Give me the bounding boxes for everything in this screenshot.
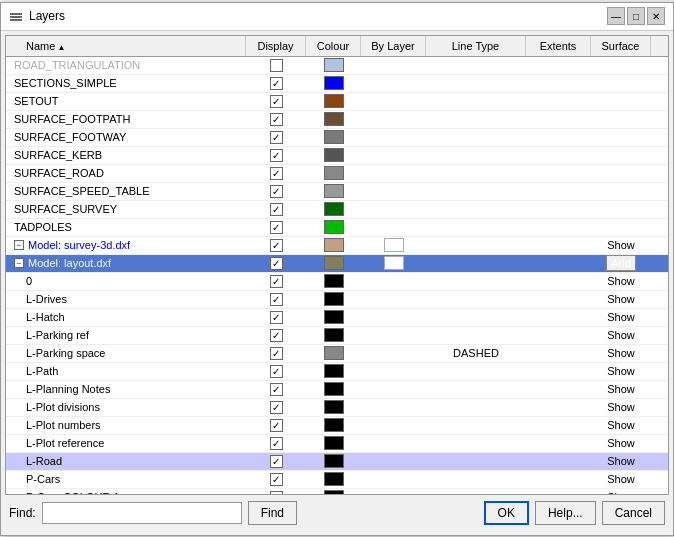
color-swatch[interactable] xyxy=(324,346,344,360)
table-row[interactable]: L-Plot referenceShow xyxy=(6,435,668,453)
table-row[interactable]: P-Cars COLOUR 1Show xyxy=(6,489,668,494)
surface-cell[interactable]: Show xyxy=(591,364,651,378)
color-swatch[interactable] xyxy=(324,202,344,216)
maximize-button[interactable]: □ xyxy=(627,7,645,25)
table-row[interactable]: SURFACE_SURVEY xyxy=(6,201,668,219)
display-cell[interactable] xyxy=(246,418,306,433)
surface-cell[interactable]: Show xyxy=(591,472,651,486)
display-cell[interactable] xyxy=(246,256,306,271)
find-button[interactable]: Find xyxy=(248,501,297,525)
display-checkbox[interactable] xyxy=(270,221,283,234)
colour-cell[interactable] xyxy=(306,237,361,253)
table-row[interactable]: L-RoadShow xyxy=(6,453,668,471)
color-swatch[interactable] xyxy=(324,238,344,252)
surface-cell[interactable]: Show xyxy=(591,346,651,360)
colour-cell[interactable] xyxy=(306,435,361,451)
table-row[interactable]: −Model: survey-3d.dxfShow xyxy=(6,237,668,255)
surface-cell[interactable] xyxy=(591,100,651,102)
bylayer-cell[interactable] xyxy=(361,255,426,271)
surface-add-button[interactable]: Add xyxy=(606,255,636,271)
col-name[interactable]: Name xyxy=(6,36,246,56)
colour-cell[interactable] xyxy=(306,219,361,235)
bylayer-cell[interactable] xyxy=(361,424,426,426)
bylayer-cell[interactable] xyxy=(361,64,426,66)
minimize-button[interactable]: — xyxy=(607,7,625,25)
table-row[interactable]: P-CarsShow xyxy=(6,471,668,489)
display-checkbox[interactable] xyxy=(270,383,283,396)
colour-cell[interactable] xyxy=(306,111,361,127)
bylayer-cell[interactable] xyxy=(361,190,426,192)
surface-cell[interactable]: Show xyxy=(591,292,651,306)
bylayer-cell[interactable] xyxy=(361,478,426,480)
colour-cell[interactable] xyxy=(306,471,361,487)
surface-cell[interactable] xyxy=(591,82,651,84)
display-cell[interactable] xyxy=(246,364,306,379)
bylayer-swatch[interactable] xyxy=(384,256,404,270)
bylayer-cell[interactable] xyxy=(361,226,426,228)
color-swatch[interactable] xyxy=(324,130,344,144)
display-checkbox[interactable] xyxy=(270,59,283,72)
display-cell[interactable] xyxy=(246,472,306,487)
display-cell[interactable] xyxy=(246,220,306,235)
color-swatch[interactable] xyxy=(324,310,344,324)
color-swatch[interactable] xyxy=(324,148,344,162)
table-row[interactable]: L-Parking spaceDASHEDShow xyxy=(6,345,668,363)
display-checkbox[interactable] xyxy=(270,347,283,360)
col-extents[interactable]: Extents xyxy=(526,36,591,56)
table-row[interactable]: L-Plot numbersShow xyxy=(6,417,668,435)
surface-cell[interactable] xyxy=(591,118,651,120)
table-row[interactable]: L-PathShow xyxy=(6,363,668,381)
table-row[interactable]: L-DrivesShow xyxy=(6,291,668,309)
display-checkbox[interactable] xyxy=(270,77,283,90)
colour-cell[interactable] xyxy=(306,381,361,397)
bylayer-cell[interactable] xyxy=(361,388,426,390)
bylayer-cell[interactable] xyxy=(361,154,426,156)
surface-cell[interactable]: Show xyxy=(591,400,651,414)
display-cell[interactable] xyxy=(246,94,306,109)
display-checkbox[interactable] xyxy=(270,113,283,126)
table-body[interactable]: ROAD_TRIANGULATIONSECTIONS_SIMPLESETOUTS… xyxy=(6,57,668,494)
bylayer-cell[interactable] xyxy=(361,172,426,174)
bylayer-cell[interactable] xyxy=(361,136,426,138)
color-swatch[interactable] xyxy=(324,274,344,288)
surface-cell[interactable] xyxy=(591,154,651,156)
display-checkbox[interactable] xyxy=(270,203,283,216)
table-row[interactable]: ROAD_TRIANGULATION xyxy=(6,57,668,75)
color-swatch[interactable] xyxy=(324,220,344,234)
surface-cell[interactable] xyxy=(591,226,651,228)
group-expander[interactable]: −Model: survey-3d.dxf xyxy=(14,239,130,251)
display-cell[interactable] xyxy=(246,58,306,73)
color-swatch[interactable] xyxy=(324,472,344,486)
colour-cell[interactable] xyxy=(306,129,361,145)
table-row[interactable]: 0Show xyxy=(6,273,668,291)
surface-cell[interactable]: Show xyxy=(591,382,651,396)
table-row[interactable]: L-HatchShow xyxy=(6,309,668,327)
display-cell[interactable] xyxy=(246,328,306,343)
surface-cell[interactable]: Add xyxy=(591,254,651,272)
col-linetype[interactable]: Line Type xyxy=(426,36,526,56)
table-row[interactable]: L-Parking refShow xyxy=(6,327,668,345)
col-bylayer[interactable]: By Layer xyxy=(361,36,426,56)
colour-cell[interactable] xyxy=(306,201,361,217)
display-checkbox[interactable] xyxy=(270,455,283,468)
bylayer-cell[interactable] xyxy=(361,406,426,408)
display-cell[interactable] xyxy=(246,346,306,361)
colour-cell[interactable] xyxy=(306,489,361,494)
display-cell[interactable] xyxy=(246,148,306,163)
display-checkbox[interactable] xyxy=(270,329,283,342)
color-swatch[interactable] xyxy=(324,292,344,306)
bylayer-cell[interactable] xyxy=(361,370,426,372)
surface-cell[interactable]: Show xyxy=(591,274,651,288)
color-swatch[interactable] xyxy=(324,166,344,180)
color-swatch[interactable] xyxy=(324,436,344,450)
cancel-button[interactable]: Cancel xyxy=(602,501,665,525)
col-display[interactable]: Display xyxy=(246,36,306,56)
help-button[interactable]: Help... xyxy=(535,501,596,525)
surface-cell[interactable]: Show xyxy=(591,310,651,324)
display-checkbox[interactable] xyxy=(270,149,283,162)
display-cell[interactable] xyxy=(246,166,306,181)
display-cell[interactable] xyxy=(246,400,306,415)
col-surface[interactable]: Surface xyxy=(591,36,651,56)
surface-cell[interactable]: Show xyxy=(591,454,651,468)
find-input[interactable] xyxy=(42,502,242,524)
